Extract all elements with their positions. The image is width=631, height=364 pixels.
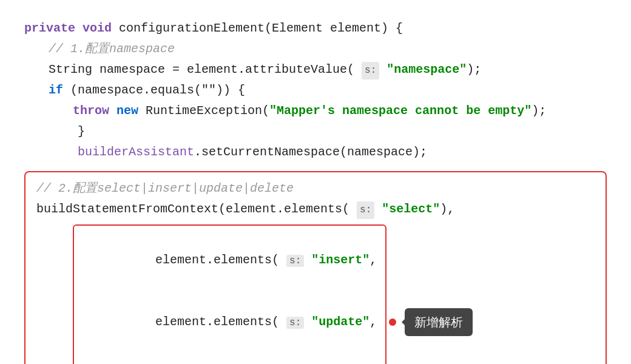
keyword-throw: throw <box>73 101 109 121</box>
inner-section: element.elements( s: "insert", element.e… <box>36 222 595 364</box>
code-line-1: private void configurationElement(Elemen… <box>24 18 607 39</box>
code-line-build: buildStatementFromContext(element.elemen… <box>36 199 595 220</box>
string-select: "select" <box>382 199 440 220</box>
keyword-void: void <box>83 18 112 39</box>
code-text: (namespace.equals("")) { <box>63 80 245 101</box>
label-s-update: s: <box>286 317 304 329</box>
highlight-section: // 2.配置select|insert|update|delete build… <box>24 171 607 364</box>
inner-line-delete: element.elements( s: "delete") <box>83 353 377 364</box>
code-line-6: } <box>24 121 607 142</box>
comment-text-2: // 2.配置select|insert|update|delete <box>36 178 294 199</box>
code-text: buildStatementFromContext(element.elemen… <box>36 199 357 220</box>
code-line-5: throw new RuntimeException( "Mapper's na… <box>24 101 607 121</box>
code-text <box>75 18 83 39</box>
code-text <box>379 59 386 80</box>
string-namespace: "namespace" <box>386 59 467 80</box>
code-line-7: builderAssistant .setCurrentNamespace(na… <box>24 142 607 163</box>
tooltip-label: 新增解析 <box>405 308 473 336</box>
keyword-if: if <box>49 80 63 101</box>
inner-elements-box: element.elements( s: "insert", element.e… <box>73 224 386 364</box>
code-comment-1: // 1.配置namespace <box>24 39 607 59</box>
inner-line-update: element.elements( s: "update", <box>83 291 377 353</box>
string-error: "Mapper's namespace cannot be empty" <box>269 101 531 121</box>
inner-line-insert: element.elements( s: "insert", <box>83 229 377 291</box>
code-text: RuntimeException( <box>146 101 269 121</box>
string-insert: "insert" <box>311 253 369 267</box>
connector-dot <box>389 318 396 326</box>
code-text <box>374 199 382 220</box>
keyword-new: new <box>109 101 146 121</box>
code-text: ); <box>531 101 546 121</box>
code-line-4: if (namespace.equals("")) { <box>24 80 607 101</box>
code-text: ), <box>440 199 454 220</box>
code-text: .setCurrentNamespace(namespace); <box>194 142 427 163</box>
code-block: private void configurationElement(Elemen… <box>0 0 631 364</box>
keyword-private: private <box>24 18 75 39</box>
label-s-insert: s: <box>286 255 304 267</box>
comment-text: // 1.配置namespace <box>49 39 175 59</box>
string-update: "update" <box>311 315 369 329</box>
code-line-3: String namespace = element.attributeValu… <box>24 59 607 80</box>
code-text: String namespace = element.attributeValu… <box>49 59 362 80</box>
code-text: } <box>49 121 85 142</box>
label-s: s: <box>362 62 379 79</box>
method-name: builderAssistant <box>49 142 194 163</box>
label-s-select: s: <box>357 201 374 219</box>
code-text: ); <box>467 59 481 80</box>
code-text: configurationElement(Element element) { <box>112 18 403 39</box>
code-comment-2: // 2.配置select|insert|update|delete <box>36 178 595 199</box>
